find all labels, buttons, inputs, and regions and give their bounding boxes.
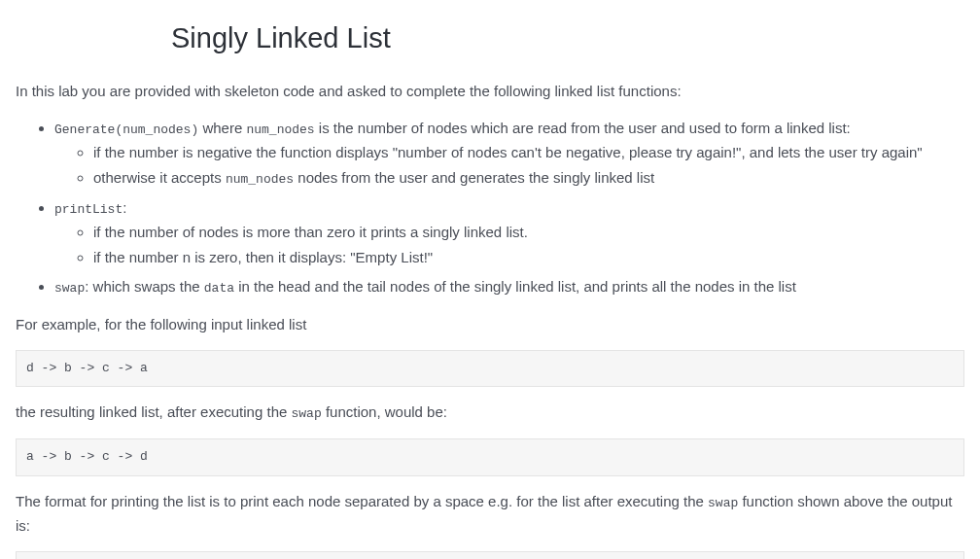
text: : [122,199,126,216]
code-generate: Generate(num_nodes) [54,122,198,137]
result-paragraph: the resulting linked list, after executi… [16,401,964,425]
list-item: if the number n is zero, then it display… [93,246,964,269]
code-printlist: printList [54,202,122,217]
format-paragraph: The format for printing the list is to p… [16,490,964,538]
code-block-output: a b c d [16,551,964,559]
list-item: if the number of nodes is more than zero… [93,221,964,244]
list-item: otherwise it accepts num_nodes nodes fro… [93,166,964,191]
text: The format for printing the list is to p… [16,493,708,509]
text: the resulting linked list, after executi… [16,403,292,420]
text: function, would be: [322,403,447,420]
code-swap: swap [292,406,322,421]
code-block-result: a -> b -> c -> d [16,438,964,476]
text: otherwise it accepts [93,169,226,186]
example-intro: For example, for the following input lin… [16,313,964,336]
list-item: Generate(num_nodes) where num_nodes is t… [54,117,964,191]
code-num-nodes: num_nodes [246,122,314,137]
code-num-nodes: num_nodes [226,172,294,187]
page-title: Singly Linked List [16,16,964,60]
list-item: printList: if the number of nodes is mor… [54,196,964,269]
function-list: Generate(num_nodes) where num_nodes is t… [16,117,964,298]
list-item: swap: which swaps the data in the head a… [54,275,964,299]
sub-list: if the number is negative the function d… [54,141,964,191]
text: is the number of nodes which are read fr… [315,120,851,136]
text: where [198,120,246,136]
intro-paragraph: In this lab you are provided with skelet… [16,80,964,103]
text: in the head and the tail nodes of the si… [234,278,796,295]
text: : which swaps the [85,278,204,295]
list-item: if the number is negative the function d… [93,141,964,164]
code-swap: swap [708,496,738,510]
code-block-input: d -> b -> c -> a [16,350,964,388]
code-swap: swap [54,281,85,296]
text: nodes from the user and generates the si… [294,169,654,186]
code-data: data [204,281,234,296]
sub-list: if the number of nodes is more than zero… [54,221,964,269]
